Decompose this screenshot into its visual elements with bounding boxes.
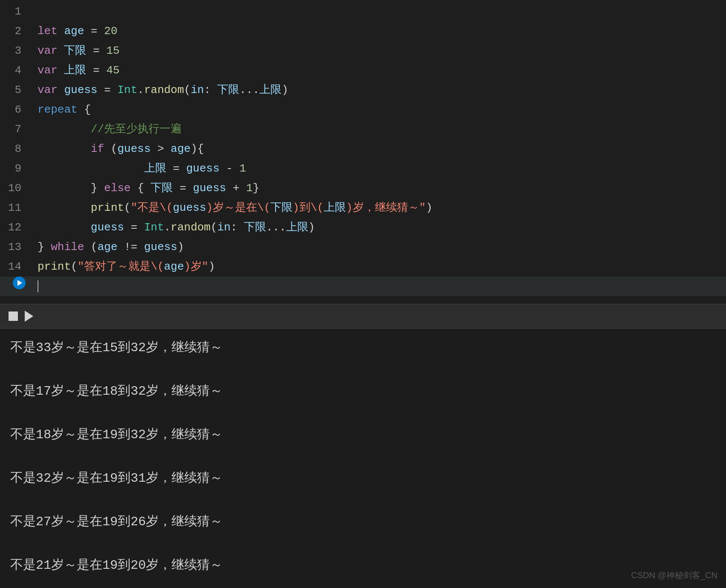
- code-line-1: 1: [0, 2, 726, 21]
- line-number-5: 5: [0, 80, 29, 100]
- code-line-12: 12 guess = Int.random(in: 下限...上限): [0, 218, 726, 237]
- line-content-6: repeat {: [34, 100, 726, 119]
- code-line-14: 14 print("答对了～就是\(age)岁"): [0, 257, 726, 277]
- line-number-4: 4: [0, 61, 29, 80]
- code-line-8: 8 if (guess > age){: [0, 139, 726, 159]
- line-content-3: var 下限 = 15: [34, 41, 726, 61]
- line-content-2: let age = 20: [34, 21, 726, 41]
- code-line-11: 11 print("不是\(guess)岁～是在\(下限)到\(上限)岁，继续猜…: [0, 198, 726, 218]
- line-content-9: 上限 = guess - 1: [34, 159, 726, 178]
- code-line-13: 13 } while (age != guess): [0, 237, 726, 257]
- code-editor: 1 2 let age = 20 3 var 下限 = 15 4 var 上限 …: [0, 0, 726, 296]
- separator: [0, 296, 726, 304]
- code-line-9: 9 上限 = guess - 1: [0, 159, 726, 178]
- output-line-5: 不是27岁～是在19到26岁，继续猜～: [10, 511, 716, 533]
- output-line-1: 不是33岁～是在15到32岁，继续猜～: [10, 337, 716, 359]
- line-number-7: 7: [0, 119, 29, 139]
- line-number-8: 8: [0, 139, 29, 159]
- console-run-button[interactable]: [25, 311, 33, 322]
- run-indicator[interactable]: [0, 277, 29, 289]
- code-line-2: 2 let age = 20: [0, 21, 726, 41]
- line-content-7: //先至少执行一遍: [34, 119, 726, 139]
- line-number-13: 13: [0, 237, 29, 257]
- line-number-6: 6: [0, 100, 29, 119]
- watermark: CSDN @神秘剑客_CN: [631, 570, 717, 581]
- code-line-4: 4 var 上限 = 45: [0, 61, 726, 80]
- line-number-10: 10: [0, 178, 29, 198]
- line-number-1: 1: [0, 2, 29, 21]
- console-output: 不是33岁～是在15到32岁，继续猜～ 不是17岁～是在18到32岁，继续猜～ …: [0, 329, 726, 588]
- output-line-2: 不是17岁～是在18到32岁，继续猜～: [10, 381, 716, 402]
- line-number-9: 9: [0, 159, 29, 178]
- line-content-8: if (guess > age){: [34, 139, 726, 159]
- line-content-11: print("不是\(guess)岁～是在\(下限)到\(上限)岁，继续猜～"): [34, 198, 726, 218]
- code-line-6: 6 repeat {: [0, 100, 726, 119]
- output-line-3: 不是18岁～是在19到32岁，继续猜～: [10, 424, 716, 446]
- line-content-5: var guess = Int.random(in: 下限...上限): [34, 80, 726, 100]
- code-line-15: [0, 277, 726, 296]
- line-content-12: guess = Int.random(in: 下限...上限): [34, 218, 726, 237]
- line-content-10: } else { 下限 = guess + 1}: [34, 178, 726, 198]
- console-toolbar: [0, 304, 726, 329]
- code-line-5: 5 var guess = Int.random(in: 下限...上限): [0, 80, 726, 100]
- line-content-15: [34, 277, 726, 296]
- output-line-6: 不是21岁～是在19到20岁，继续猜～: [10, 555, 716, 576]
- line-number-3: 3: [0, 41, 29, 61]
- line-content-13: } while (age != guess): [34, 237, 726, 257]
- code-line-10: 10 } else { 下限 = guess + 1}: [0, 178, 726, 198]
- code-line-7: 7 //先至少执行一遍: [0, 119, 726, 139]
- run-button-inline[interactable]: [13, 277, 26, 289]
- line-number-2: 2: [0, 21, 29, 41]
- stop-button[interactable]: [9, 311, 18, 321]
- code-line-3: 3 var 下限 = 15: [0, 41, 726, 61]
- line-content-4: var 上限 = 45: [34, 61, 726, 80]
- output-line-4: 不是32岁～是在19到31岁，继续猜～: [10, 468, 716, 489]
- line-number-14: 14: [0, 257, 29, 277]
- line-content-14: print("答对了～就是\(age)岁"): [34, 257, 726, 277]
- line-number-12: 12: [0, 218, 29, 237]
- line-number-11: 11: [0, 198, 29, 218]
